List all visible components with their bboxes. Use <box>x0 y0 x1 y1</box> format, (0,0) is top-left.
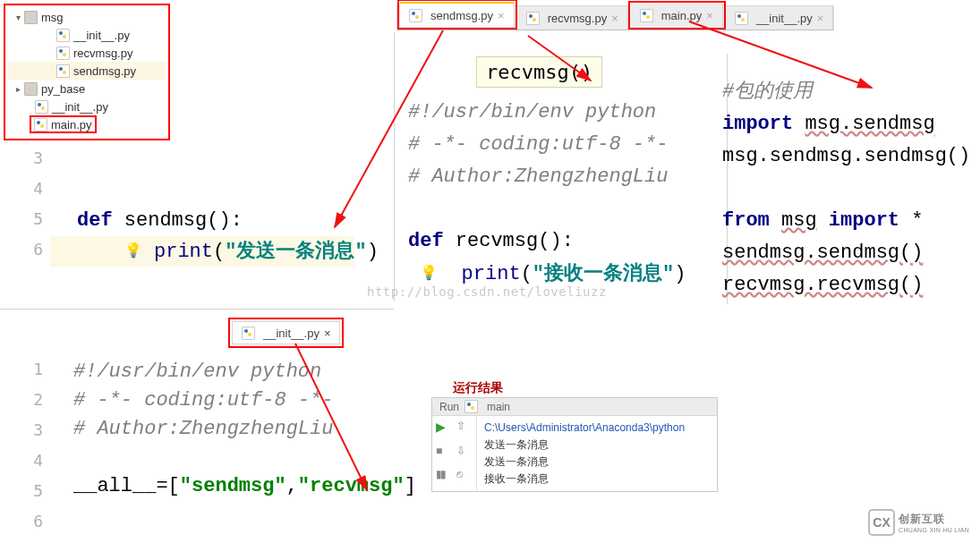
folder-icon <box>24 82 38 96</box>
run-toolbar: ▶ ⇧ ■ ⇩ ▮▮ ⎋ <box>432 416 477 491</box>
step-up-icon[interactable]: ⇧ <box>456 420 473 441</box>
close-icon[interactable]: × <box>817 12 824 25</box>
run-config-name: main <box>487 401 510 413</box>
tab-sendmsg-highlight: sendmsg.py × <box>397 0 517 30</box>
watermark: http://blog.csdn.net/loveliuzz <box>367 284 607 299</box>
tab-label: sendmsg.py <box>430 9 493 22</box>
tree-label: __init__.py <box>52 100 108 114</box>
tab-init-highlight: __init__.py × <box>228 318 344 348</box>
stop-icon[interactable]: ■ <box>436 445 453 464</box>
tab-label: recvmsg.py <box>548 12 607 25</box>
chevron-down-icon: ▾ <box>13 13 22 22</box>
python-file-icon <box>56 29 70 42</box>
tree-folder-pybase[interactable]: ▸ py_base <box>8 80 166 98</box>
pause-icon[interactable]: ▮▮ <box>436 468 453 488</box>
autocomplete-popup[interactable]: recvmsg() <box>476 56 602 88</box>
tree-folder-msg[interactable]: ▾ msg <box>8 8 166 26</box>
step-down-icon[interactable]: ⇩ <box>456 445 473 464</box>
run-result-title: 运行结果 <box>453 380 503 396</box>
tab-label: main.py <box>661 9 703 22</box>
tab-label: __init__.py <box>756 12 813 25</box>
run-label: Run <box>439 401 459 413</box>
python-file-icon <box>526 12 540 25</box>
logo-mark: CX <box>868 509 895 536</box>
python-file-icon <box>409 9 422 22</box>
run-header: Run main <box>432 398 717 416</box>
editor-main[interactable]: #包的使用 import msg.sendmsg msg.sendmsg.sen… <box>722 76 964 301</box>
tab-recvmsg[interactable]: recvmsg.py × <box>517 6 628 30</box>
logo-en: CHUANG XIN HU LIAN <box>899 527 969 533</box>
brand-logo: CX 创新互联 CHUANG XIN HU LIAN <box>868 509 969 536</box>
editor-tabbar: sendmsg.py × recvmsg.py × main.py × __in… <box>396 5 834 30</box>
play-icon[interactable]: ▶ <box>436 420 453 441</box>
line-gutter: 123456 <box>0 354 52 537</box>
python-file-icon <box>464 400 478 413</box>
run-panel: Run main ▶ ⇧ ■ ⇩ ▮▮ ⎋ C:\Users\Administr… <box>431 397 718 492</box>
tree-file-sendmsg[interactable]: sendmsg.py <box>8 62 166 80</box>
run-path: C:\Users\Administrator\Anaconda3\python <box>484 420 710 437</box>
tab-main-highlight: main.py × <box>628 1 726 30</box>
tab-init-lower[interactable]: __init__.py × <box>232 321 340 344</box>
tree-label: __init__.py <box>73 29 130 42</box>
export-icon[interactable]: ⎋ <box>456 468 473 488</box>
tree-file-recvmsg[interactable]: recvmsg.py <box>8 44 166 62</box>
python-file-icon <box>735 12 748 25</box>
line-gutter: 3456 <box>0 143 52 265</box>
python-file-icon <box>242 327 255 340</box>
tab-sendmsg[interactable]: sendmsg.py × <box>400 2 515 27</box>
python-file-icon <box>35 100 48 114</box>
python-file-icon <box>34 118 47 132</box>
tab-label: __init__.py <box>263 327 320 340</box>
editor-init[interactable]: #!/usr/bin/env python # -*- coding:utf-8… <box>73 358 416 501</box>
editor-sendmsg[interactable]: def sendmsg(): 💡 print("发送一条消息") <box>77 206 379 267</box>
close-icon[interactable]: × <box>611 12 618 25</box>
output-line: 接收一条消息 <box>484 471 710 488</box>
folder-icon <box>24 11 38 24</box>
python-file-icon <box>56 64 70 78</box>
editor-recvmsg[interactable]: #!/usr/bin/env python # -*- coding:utf-8… <box>408 97 686 291</box>
close-icon[interactable]: × <box>324 327 331 340</box>
run-output[interactable]: C:\Users\Administrator\Anaconda3\python … <box>477 416 717 491</box>
close-icon[interactable]: × <box>706 9 713 22</box>
tree-file-init[interactable]: __init__.py <box>8 26 166 44</box>
lightbulb-icon[interactable]: 💡 <box>124 243 142 259</box>
tree-label: py_base <box>41 82 85 96</box>
tree-label: recvmsg.py <box>73 47 132 60</box>
tree-file-main[interactable]: main.py <box>8 115 166 133</box>
tree-label: msg <box>41 11 64 24</box>
logo-cn: 创新互联 <box>899 512 969 527</box>
python-file-icon <box>640 9 653 22</box>
tree-file-init2[interactable]: __init__.py <box>8 98 166 115</box>
output-line: 发送一条消息 <box>484 437 710 454</box>
lightbulb-icon[interactable]: 💡 <box>420 266 438 282</box>
tab-main[interactable]: main.py × <box>631 4 723 27</box>
output-line: 发送一条消息 <box>484 454 710 471</box>
close-icon[interactable]: × <box>498 9 505 22</box>
tab-init[interactable]: __init__.py × <box>726 6 833 30</box>
chevron-right-icon: ▸ <box>13 84 22 94</box>
project-tree[interactable]: ▾ msg __init__.py recvmsg.py sendmsg.py … <box>4 4 170 140</box>
tree-label: sendmsg.py <box>73 64 136 78</box>
tree-label: main.py <box>51 118 92 132</box>
python-file-icon <box>56 47 70 60</box>
